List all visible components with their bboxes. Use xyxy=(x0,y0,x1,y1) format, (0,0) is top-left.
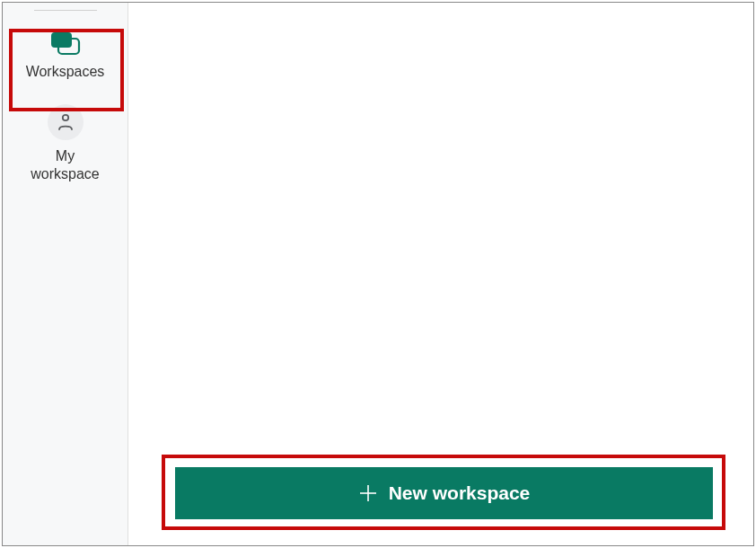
sidebar: Workspaces My workspace xyxy=(3,3,128,545)
sidebar-item-my-workspace[interactable]: My workspace xyxy=(3,93,127,196)
person-circle-icon xyxy=(48,104,84,140)
svg-rect-1 xyxy=(51,32,72,48)
new-workspace-button[interactable]: New workspace xyxy=(175,467,713,519)
workspaces-stack-icon xyxy=(49,31,82,56)
sidebar-item-workspaces[interactable]: Workspaces xyxy=(3,20,127,93)
sidebar-divider xyxy=(34,10,97,11)
sidebar-item-my-workspace-label: My workspace xyxy=(31,147,99,183)
main-content xyxy=(128,3,753,545)
plus-icon xyxy=(358,483,378,503)
sidebar-item-workspaces-label: Workspaces xyxy=(26,63,105,81)
svg-point-2 xyxy=(62,115,67,120)
new-workspace-button-label: New workspace xyxy=(389,482,531,504)
